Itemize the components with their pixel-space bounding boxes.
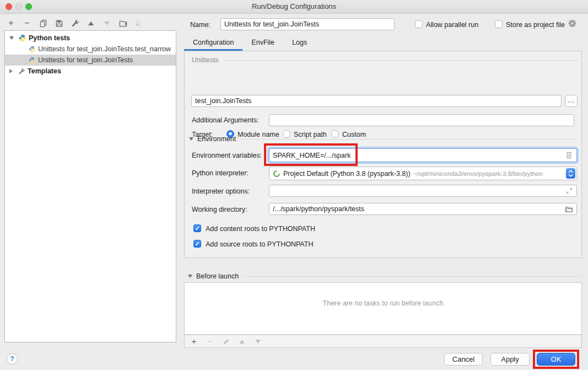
python-icon	[19, 34, 26, 42]
help-button-label: ?	[10, 355, 14, 363]
name-input[interactable]	[220, 18, 395, 30]
run-debug-configurations-dialog: Run/Debug Configurations + − Python test…	[0, 0, 588, 370]
expand-field-icon[interactable]	[565, 187, 573, 195]
new-folder-button[interactable]	[118, 19, 127, 28]
additional-arguments-label: Additional Arguments:	[192, 116, 259, 124]
copy-configuration-button[interactable]	[39, 19, 47, 28]
wrench-icon	[71, 19, 79, 28]
configurations-tree: Python tests Unittests for test_join.Joi…	[4, 30, 176, 342]
remove-task-button[interactable]: −	[206, 337, 214, 346]
environment-section-title: Environment	[197, 135, 236, 143]
python-interpreter-label: Python interpreter:	[192, 169, 249, 177]
titlebar: Run/Debug Configurations	[0, 0, 588, 14]
sort-configurations-button[interactable]	[134, 19, 143, 28]
chevron-right-icon[interactable]	[9, 69, 13, 73]
remove-configuration-button[interactable]: −	[23, 19, 31, 28]
tree-item-label: Templates	[28, 67, 61, 75]
ok-button-label: OK	[551, 355, 562, 363]
add-configuration-button[interactable]: +	[7, 19, 15, 28]
chevron-down-icon[interactable]	[9, 36, 14, 40]
python-interpreter-value: Project Default (Python 3.8 (pyspark-3.8…	[283, 170, 411, 178]
working-directory-value: /.../spark/python/pyspark/tests	[273, 205, 565, 213]
move-down-button[interactable]	[103, 19, 111, 28]
working-directory-input[interactable]: /.../spark/python/pyspark/tests	[269, 203, 577, 215]
before-launch-section-header[interactable]: Before launch	[188, 272, 582, 280]
store-as-project-file-checkbox[interactable]	[495, 20, 503, 28]
configurations-toolbar: + −	[7, 17, 143, 29]
module-name-input[interactable]	[191, 95, 562, 107]
divider	[223, 60, 579, 61]
sort-alphabetically-icon	[135, 19, 143, 28]
unittests-group-title: Unittests	[192, 56, 219, 64]
tree-item-templates[interactable]: Templates	[5, 66, 176, 77]
apply-button[interactable]: Apply	[490, 353, 530, 366]
tree-item-label: Unittests for test_join.JoinTests.test_n…	[38, 45, 171, 53]
name-label: Name:	[190, 21, 211, 29]
before-launch-empty-text: There are no tasks to run before launch	[185, 299, 581, 307]
ok-button[interactable]: OK	[537, 353, 575, 366]
add-content-roots-checkbox[interactable]: ✓	[193, 224, 201, 232]
store-as-project-file-label: Store as project file	[506, 21, 565, 29]
tab-label: Configuration	[193, 39, 234, 46]
python-test-icon	[29, 46, 36, 53]
environment-variables-input[interactable]: SPARK_HOME=/.../spark	[269, 148, 577, 162]
interpreter-options-input[interactable]	[269, 185, 577, 197]
move-task-up-button[interactable]	[238, 337, 246, 346]
tree-item-label: Python tests	[29, 34, 70, 42]
additional-arguments-input[interactable]	[269, 114, 574, 126]
environment-section-header[interactable]: Environment	[189, 135, 577, 143]
select-stepper-icon[interactable]	[566, 168, 575, 179]
tab-envfile[interactable]: EnvFile	[242, 35, 283, 51]
save-icon	[55, 19, 63, 28]
move-down-icon	[104, 22, 110, 25]
help-button[interactable]: ?	[7, 353, 18, 364]
conda-environment-icon	[273, 170, 280, 178]
move-task-down-button[interactable]	[253, 337, 262, 346]
save-configuration-button[interactable]	[55, 19, 63, 28]
browse-button-label: ...	[568, 96, 575, 104]
cancel-button[interactable]: Cancel	[444, 353, 483, 366]
divider	[243, 276, 582, 277]
add-content-roots-label: Add content roots to PYTHONPATH	[206, 225, 315, 233]
environment-variables-value: SPARK_HOME=/.../spark	[273, 152, 565, 159]
tree-item-python-tests[interactable]: Python tests	[5, 33, 176, 44]
folder-icon[interactable]	[565, 205, 573, 213]
copy-icon	[39, 19, 47, 28]
edit-task-button[interactable]	[222, 337, 230, 346]
python-test-icon	[29, 57, 36, 64]
new-folder-icon	[119, 19, 127, 28]
python-interpreter-select[interactable]: Project Default (Python 3.8 (pyspark-3.8…	[269, 167, 577, 180]
unittests-group-header: Unittests	[187, 56, 579, 64]
add-task-button[interactable]: +	[190, 337, 198, 346]
chevron-down-icon[interactable]	[189, 137, 193, 141]
configuration-form: Unittests Target: Module name Script pat…	[184, 51, 582, 258]
tree-item-label: Unittests for test_join.JoinTests	[38, 56, 133, 64]
cancel-button-label: Cancel	[452, 355, 474, 363]
before-launch-task-list: There are no tasks to run before launch	[184, 282, 582, 335]
before-launch-toolbar: + −	[184, 335, 582, 348]
tab-bar: Configuration EnvFile Logs	[184, 35, 316, 51]
pencil-icon	[223, 338, 230, 345]
move-up-icon	[239, 340, 245, 344]
browse-module-button[interactable]: ...	[565, 95, 578, 107]
add-source-roots-label: Add source roots to PYTHONPATH	[206, 240, 313, 248]
browse-variables-icon[interactable]	[565, 151, 573, 159]
environment-variables-label: Environment variables:	[192, 152, 262, 159]
allow-parallel-run-checkbox[interactable]	[415, 20, 423, 28]
move-up-icon	[88, 22, 94, 25]
add-source-roots-checkbox[interactable]: ✓	[193, 240, 201, 248]
gear-icon[interactable]	[568, 19, 576, 28]
before-launch-title: Before launch	[196, 272, 239, 280]
tree-item-unittests-jointests[interactable]: Unittests for test_join.JoinTests	[5, 55, 176, 66]
tab-label: EnvFile	[251, 39, 274, 46]
edit-templates-button[interactable]	[71, 19, 79, 28]
working-directory-label: Working directory:	[192, 206, 247, 213]
move-up-button[interactable]	[87, 19, 95, 28]
wrench-icon	[18, 68, 25, 75]
window-title: Run/Debug Configurations	[0, 2, 588, 10]
divider	[240, 139, 577, 140]
tree-item-unittests-test-narrow[interactable]: Unittests for test_join.JoinTests.test_n…	[5, 44, 176, 55]
tab-logs[interactable]: Logs	[283, 35, 316, 51]
chevron-down-icon[interactable]	[188, 275, 192, 278]
tab-configuration[interactable]: Configuration	[184, 35, 242, 51]
